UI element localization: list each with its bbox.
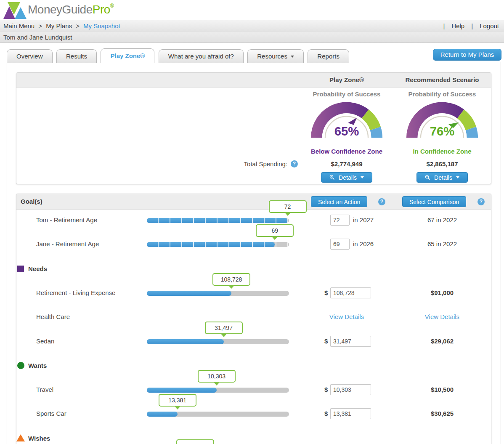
play-zone-column-title: Play Zone® [305,76,389,83]
details-button[interactable]: Details [416,172,468,183]
total-spending-value: $2,865,187 [400,160,484,167]
breadcrumb-separator: > [76,22,80,29]
slider-fill [147,388,217,393]
needs-square-icon [17,266,24,272]
scenario-panel: Play Zone® Recommended Scenario Probabil… [16,72,491,184]
magnifier-plus-icon [425,175,430,180]
retirement-age-slider[interactable]: 72 [147,218,289,223]
slider-value-tooltip: 13,381 [159,394,196,407]
goals-panel: Goal(s) Select an Action ? Select Compar… [16,194,491,444]
retirement-age-input[interactable] [330,239,350,250]
slider-track[interactable] [147,412,289,417]
currency-symbol: $ [324,386,328,393]
breadcrumb-my-plans[interactable]: My Plans [46,22,72,29]
goal-label: Sports Car [36,410,66,417]
probability-label: Probability of Success [400,90,484,98]
probability-gauge: 65% [307,98,387,142]
scenario-panel-header: Play Zone® Recommended Scenario [16,73,491,88]
comparison-value: $91,000 [400,289,484,296]
tooltip-arrow-icon [284,212,291,216]
breadcrumb-current-my-snapshot[interactable]: My Snapshot [83,22,120,29]
section-row-needs: Needs [16,257,491,275]
section-label: Wants [28,362,47,369]
caret-down-icon [456,176,459,178]
retirement-age-slider[interactable]: 69 [147,242,289,247]
probability-percent: 65% [334,124,359,138]
divider: | [471,20,473,32]
select-an-action-button[interactable]: Select an Action [311,196,367,207]
slider-value-tooltip: 31,497 [205,322,243,334]
comparison-value: 65 in 2022 [400,240,484,247]
tab-results[interactable]: Results [56,49,97,63]
probability-label: Probability of Success [305,90,389,98]
tab-what-are-you-afraid-of[interactable]: What are you afraid of? [159,49,244,63]
sports-car-slider[interactable]: 13,381 [147,412,289,417]
client-name-bar: Tom and Jane Lundquist [0,32,504,43]
tooltip-arrow-icon [220,333,227,337]
help-icon[interactable]: ? [378,198,385,205]
goal-amount-input[interactable] [330,287,371,298]
slider-value-tooltip: 72 [269,200,307,213]
recommended-scenario-column-title: Recommended Scenario [400,76,484,83]
slider-fill [147,291,231,296]
moneyguidepro-logo-icon [3,1,28,20]
details-button[interactable]: Details [321,172,372,183]
play-zone-page: MoneyGuidePro® Main Menu > My Plans > My… [0,0,504,444]
select-comparison-button[interactable]: Select Comparison [402,196,466,207]
slider-track[interactable] [147,218,289,223]
brand-suffix: Pro [93,3,110,16]
slider-value-tooltip: 69 [256,224,294,237]
tooltip-arrow-icon [271,236,278,240]
app-header: MoneyGuidePro® [0,0,504,20]
probability-percent: 76% [430,124,455,138]
slider-ticks [147,242,289,247]
brand-name: MoneyGuide [28,3,93,16]
help-link[interactable]: Help [451,22,464,29]
goal-row-living-expense: Retirement - Living Expense 108,728 $ $9… [16,275,491,299]
slider-value-tooltip: 108,728 [212,273,250,286]
client-name: Tom and Jane Lundquist [3,34,72,41]
comparison-value: $30,625 [400,410,484,417]
goal-row-partial [16,439,491,444]
section-row-wants: Wants [16,348,491,370]
tab-overview[interactable]: Overview [7,49,53,63]
view-details-link[interactable]: View Details [400,313,484,320]
zone-status-label: In Confidence Zone [400,148,484,155]
help-icon[interactable]: ? [477,198,485,205]
view-details-link[interactable]: View Details [305,313,389,320]
tab-bar: Overview Results Play Zone® What are you… [7,48,351,62]
tab-reports[interactable]: Reports [308,49,349,63]
caret-down-icon [361,176,364,178]
tab-resources[interactable]: Resources [247,49,304,63]
slider-value-tooltip [176,439,214,444]
living-expense-slider[interactable]: 108,728 [147,291,289,296]
retirement-year-text: in 2027 [353,216,374,223]
goal-amount-input[interactable] [330,336,371,347]
play-zone-gauge-box: 65% [305,98,389,144]
section-row-wishes: Wishes [16,418,491,439]
help-icon[interactable]: ? [291,160,298,167]
total-spending-value: $2,774,949 [305,160,389,167]
breadcrumb-main-menu[interactable]: Main Menu [3,22,34,29]
goal-amount-input[interactable] [330,408,371,419]
travel-slider[interactable]: 10,303 [147,388,289,393]
return-to-my-plans-button[interactable]: Return to My Plans [433,49,501,61]
slider-track[interactable] [147,242,289,247]
goal-row-jane-retirement-age: Jane - Retirement Age 69 in 2026 65 in 2… [16,233,491,258]
tab-play-zone[interactable]: Play Zone® [101,48,154,63]
caret-down-icon [291,56,294,58]
slider-fill [147,339,224,344]
slider-track[interactable] [147,388,289,393]
breadcrumb-bar: Main Menu > My Plans > My Snapshot |Help… [0,20,504,32]
goal-label: Sedan [36,338,54,345]
probability-gauge: 76% [402,98,482,142]
goal-row-sedan: Sedan 31,497 $ $29,062 [16,324,491,348]
comparison-value: $29,062 [400,338,484,345]
slider-track[interactable] [147,339,289,344]
goal-row-travel: Travel 10,303 $ $10,500 [16,370,491,394]
logout-link[interactable]: Logout [480,22,499,29]
sedan-slider[interactable]: 31,497 [147,339,289,344]
slider-track[interactable] [147,291,289,296]
comparison-value: $10,500 [400,386,484,393]
retirement-age-input[interactable] [330,215,350,226]
